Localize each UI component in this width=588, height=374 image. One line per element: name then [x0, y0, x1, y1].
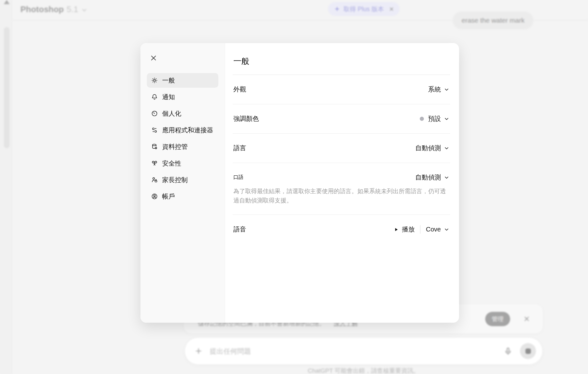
settings-nav: 一般 通知 個人化 應用程式和連接器 資料控管 安全性 [147, 73, 218, 204]
nav-item-security[interactable]: 安全性 [147, 156, 218, 171]
chevron-down-icon [444, 116, 449, 122]
language-select[interactable]: 自動偵測 [415, 144, 449, 152]
nav-item-account[interactable]: 帳戶 [147, 189, 218, 204]
vertical-divider [420, 225, 420, 234]
nav-label: 安全性 [162, 159, 181, 168]
setting-label: 語音 [233, 225, 246, 234]
play-voice-button[interactable]: 播放 [394, 225, 415, 234]
play-label: 播放 [402, 225, 415, 234]
nav-label: 一般 [162, 76, 175, 85]
gear-icon [151, 77, 158, 84]
person-lock-icon [151, 176, 158, 183]
setting-label: 外觀 [233, 85, 246, 94]
nav-item-apps-connectors[interactable]: 應用程式和連接器 [147, 123, 218, 137]
selected-value: 自動偵測 [415, 144, 441, 152]
nav-label: 個人化 [162, 109, 181, 118]
play-icon [394, 227, 399, 232]
voice-controls: 播放 Cove [394, 225, 449, 234]
chevron-down-icon [444, 227, 449, 232]
setting-row-appearance: 外觀 系統 [233, 75, 450, 104]
setting-label: 口語 [233, 174, 244, 181]
nav-item-general[interactable]: 一般 [147, 73, 218, 88]
keys-icon [151, 160, 158, 167]
nav-label: 應用程式和連接器 [162, 126, 213, 135]
setting-row-language: 語言 自動偵測 [233, 134, 450, 163]
nav-item-data-controls[interactable]: 資料控管 [147, 139, 218, 154]
bell-icon [151, 93, 158, 100]
accent-color-select[interactable]: 預設 [420, 114, 449, 123]
selected-value: 預設 [428, 114, 441, 123]
setting-row-spoken-language: 口語 自動偵測 為了取得最佳結果，請選取你主要使用的語言。如果系統未列出所需語言… [233, 163, 450, 215]
person-circle-icon [151, 193, 158, 200]
nav-item-notifications[interactable]: 通知 [147, 90, 218, 104]
spoken-language-select[interactable]: 自動偵測 [415, 173, 449, 182]
nav-item-personalization[interactable]: 個人化 [147, 106, 218, 121]
setting-label: 語言 [233, 144, 246, 152]
setting-description: 為了取得最佳結果，請選取你主要使用的語言。如果系統未列出所需語言，仍可透過自動偵… [233, 187, 449, 205]
close-settings-button[interactable] [148, 53, 159, 63]
settings-panel-general: 一般 外觀 系統 強調顏色 預設 語言 自動偵測 [225, 43, 459, 323]
nav-item-parental-controls[interactable]: 家長控制 [147, 172, 218, 187]
selected-value: Cove [426, 226, 441, 233]
nav-label: 資料控管 [162, 143, 188, 151]
appearance-select[interactable]: 系統 [428, 85, 449, 94]
connectors-icon [151, 127, 158, 134]
chevron-down-icon [444, 175, 449, 180]
settings-dialog: 一般 通知 個人化 應用程式和連接器 資料控管 安全性 [140, 43, 459, 323]
setting-row-voice: 語音 播放 Cove [233, 215, 450, 244]
chevron-down-icon [444, 87, 449, 92]
voice-select[interactable]: Cove [426, 226, 449, 233]
dial-icon [151, 110, 158, 117]
close-icon [150, 55, 157, 62]
nav-label: 家長控制 [162, 176, 188, 184]
panel-title: 一般 [233, 56, 450, 66]
selected-value: 系統 [428, 85, 441, 94]
color-swatch [420, 117, 424, 121]
database-gear-icon [151, 143, 158, 150]
nav-label: 通知 [162, 93, 175, 101]
selected-value: 自動偵測 [415, 173, 441, 182]
nav-label: 帳戶 [162, 192, 175, 201]
setting-label: 強調顏色 [233, 114, 259, 123]
chevron-down-icon [444, 145, 449, 151]
settings-sidebar: 一般 通知 個人化 應用程式和連接器 資料控管 安全性 [140, 43, 225, 323]
setting-row-accent-color: 強調顏色 預設 [233, 104, 450, 134]
